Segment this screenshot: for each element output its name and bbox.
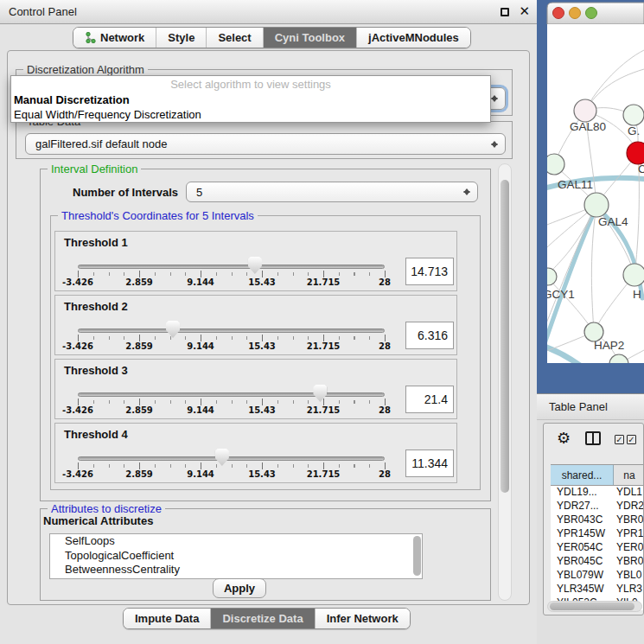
- table-data-value: galFiltered.sif default node: [35, 134, 167, 154]
- column-header-shared[interactable]: shared...: [551, 465, 614, 485]
- threshold-value-field[interactable]: [405, 450, 454, 477]
- apply-button[interactable]: Apply: [213, 578, 266, 598]
- slider-track[interactable]: [78, 392, 385, 397]
- threshold-row: Threshold 4 -3.426 2.859 9.144 15.43 21.…: [54, 423, 457, 483]
- label-hap2: HAP2: [594, 339, 624, 352]
- table-panel: ⚙ shared... na YDL19...YDL1 YDR27...YDR2…: [543, 423, 644, 615]
- list-item[interactable]: BetweennessCentrality: [50, 563, 422, 577]
- interval-definition-group: Interval Definition Number of Intervals …: [40, 169, 491, 501]
- threshold-label: Threshold 2: [64, 300, 128, 313]
- column-header-name[interactable]: na: [614, 465, 644, 485]
- list-scrollbar[interactable]: [413, 536, 421, 576]
- table-row[interactable]: YER054CYER0: [551, 541, 644, 555]
- tab-infer-network[interactable]: Infer Network: [315, 609, 410, 628]
- split-columns-icon[interactable]: [585, 431, 601, 445]
- thresholds-group-title: Threshold's Coordinates for 5 Intervals: [58, 209, 258, 222]
- table-row[interactable]: YDR27...YDR2: [551, 500, 644, 513]
- table-data-group: Table Data galFiltered.sif default node: [16, 121, 513, 159]
- slider-major-ticks: [78, 271, 386, 277]
- scrollbar-thumb[interactable]: [550, 603, 634, 610]
- table-data-combo[interactable]: galFiltered.sif default node: [25, 133, 506, 155]
- close-traffic-light[interactable]: [553, 8, 564, 19]
- node-gal4[interactable]: [584, 193, 609, 217]
- top-tab-bar: Network Style Select Cyni Toolbox jActiv…: [73, 27, 471, 48]
- tab-cyni-toolbox[interactable]: Cyni Toolbox: [263, 28, 356, 48]
- numerical-attributes-label: Numerical Attributes: [43, 514, 153, 527]
- table-panel-title: Table Panel: [549, 394, 608, 420]
- threshold-value-field[interactable]: [405, 322, 454, 349]
- slider-major-ticks: [78, 462, 386, 469]
- threshold-value-field[interactable]: [405, 386, 454, 413]
- close-icon[interactable]: ✕: [519, 3, 530, 19]
- tab-impute-data[interactable]: Impute Data: [124, 609, 210, 628]
- table-row[interactable]: YBR045CYBR0: [551, 555, 644, 569]
- table-row[interactable]: YBR043CYBR0: [551, 513, 644, 527]
- popup-header: Select algorithm to view settings: [11, 77, 490, 92]
- list-item[interactable]: TopologicalCoefficient: [50, 549, 422, 564]
- attributes-group-title: Attributes to discretize: [48, 502, 165, 515]
- table-row[interactable]: YLR345WYLR3: [551, 583, 644, 596]
- slider-major-ticks: [78, 335, 386, 341]
- table-panel-titlebar: Table Panel: [537, 393, 644, 420]
- table-header-row: shared... na: [551, 464, 644, 486]
- settings-scrollbar[interactable]: [498, 163, 512, 601]
- node-gal80[interactable]: [574, 99, 596, 122]
- slider-track[interactable]: [78, 456, 385, 461]
- label-gal11: GAL11: [558, 178, 593, 191]
- threshold-value-field[interactable]: [405, 258, 454, 285]
- num-intervals-combo[interactable]: 5: [186, 182, 478, 202]
- numerical-attributes-list[interactable]: SelfLoops TopologicalCoefficient Between…: [49, 533, 423, 579]
- slider-track[interactable]: [78, 328, 385, 333]
- popup-option-equal-width[interactable]: Equal Width/Frequency Discretization: [11, 107, 490, 122]
- node-partial-g[interactable]: [623, 105, 644, 125]
- threshold-row: Threshold 2 -3.426 2.859 9.144 15.43 21.…: [54, 295, 457, 355]
- slider-track[interactable]: [78, 265, 385, 269]
- node-partial-h[interactable]: [623, 264, 644, 286]
- label-partial-h: H: [633, 288, 641, 301]
- label-partial-c: C: [638, 163, 644, 175]
- settings-viewport: Interval Definition Number of Intervals …: [12, 163, 497, 601]
- table-row[interactable]: YDL19...YDL1: [551, 486, 644, 500]
- tab-jactivemnodules[interactable]: jActiveMNodules: [356, 28, 470, 48]
- control-panel-titlebar: Control Panel ✕: [0, 0, 537, 24]
- num-intervals-value: 5: [196, 182, 202, 202]
- network-icon: [85, 32, 96, 43]
- num-intervals-label: Number of Intervals: [73, 186, 178, 199]
- node-table: shared... na YDL19...YDL1 YDR27...YDR2 Y…: [551, 464, 644, 610]
- minimize-traffic-light[interactable]: [570, 8, 581, 19]
- tab-style[interactable]: Style: [156, 28, 206, 48]
- table-row[interactable]: YBL079WYBL0: [551, 569, 644, 583]
- threshold-row: Threshold 1 -3.426 2.859 9.144 15.43 21.…: [54, 231, 457, 291]
- checkbox-icon[interactable]: [615, 435, 624, 444]
- threshold-label: Threshold 4: [64, 428, 128, 441]
- label-gal4: GAL4: [598, 215, 628, 228]
- tab-network[interactable]: Network: [73, 28, 156, 48]
- combo-stepper-icon: [463, 185, 471, 199]
- threshold-label: Threshold 1: [64, 236, 128, 249]
- table-row[interactable]: YPR145WYPR1: [551, 527, 644, 541]
- label-partial-g: G.: [628, 124, 640, 137]
- table-horizontal-scrollbar[interactable]: [547, 601, 642, 612]
- panel-title: Control Panel: [9, 0, 77, 23]
- control-panel: Control Panel ✕ Network Style Select Cyn…: [0, 0, 537, 644]
- combo-stepper-icon: [491, 137, 499, 151]
- popup-option-manual-discretization[interactable]: Manual Discretization: [11, 92, 490, 107]
- algorithm-dropdown-popup: Select algorithm to view settings Manual…: [10, 75, 491, 123]
- list-item[interactable]: SelfLoops: [50, 534, 422, 549]
- scrollbar-thumb[interactable]: [501, 180, 509, 493]
- bottom-tab-bar: Impute Data Discretize Data Infer Networ…: [123, 608, 411, 629]
- threshold-row: Threshold 3 -3.426 2.859 9.144 15.43 21.…: [54, 359, 457, 419]
- float-window-icon[interactable]: [501, 8, 509, 16]
- gear-icon[interactable]: ⚙: [557, 429, 571, 448]
- slider-major-ticks: [78, 399, 386, 405]
- tab-select[interactable]: Select: [206, 28, 262, 48]
- combo-stepper-icon: [491, 92, 499, 105]
- algorithm-group-title: Discretization Algorithm: [23, 63, 148, 76]
- cyni-toolbox-panel: Discretization Algorithm Table Data galF…: [7, 50, 530, 605]
- checkbox-icon[interactable]: [627, 435, 636, 444]
- node-red-selected[interactable]: [627, 142, 644, 164]
- zoom-traffic-light[interactable]: [586, 8, 597, 19]
- thresholds-group: Threshold's Coordinates for 5 Intervals …: [50, 215, 481, 490]
- network-view: GAL80 G. C GAL11 GAL4 GCY1 H HAP2: [537, 0, 644, 393]
- tab-discretize-data[interactable]: Discretize Data: [210, 609, 314, 628]
